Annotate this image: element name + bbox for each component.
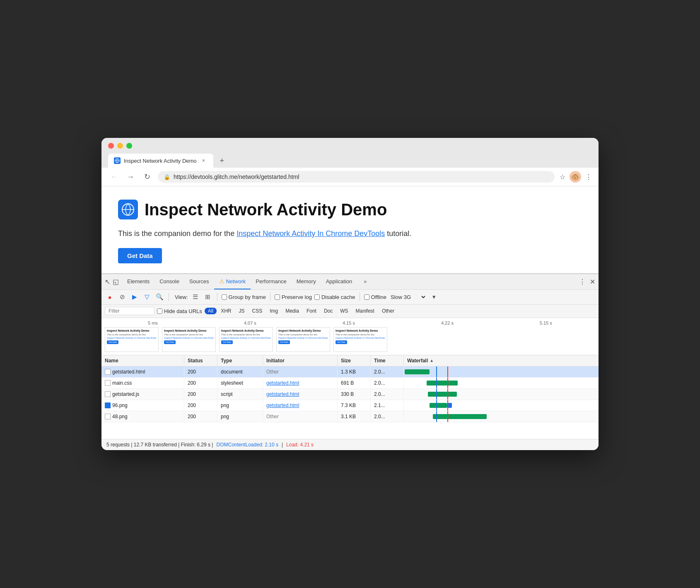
col-type[interactable]: Type bbox=[217, 355, 263, 366]
filter-chip-img[interactable]: Img bbox=[266, 308, 281, 314]
filter-button[interactable]: ▽ bbox=[142, 292, 152, 302]
tutorial-link[interactable]: Inspect Network Activity In Chrome DevTo… bbox=[237, 229, 385, 238]
get-data-button[interactable]: Get Data bbox=[118, 248, 162, 263]
status-bar: 5 requests | 12.7 KB transferred | Finis… bbox=[101, 439, 599, 450]
clear-button[interactable]: ⊘ bbox=[117, 292, 127, 302]
col-size[interactable]: Size bbox=[338, 355, 371, 366]
cursor-icon[interactable]: ↖ bbox=[105, 278, 110, 286]
file-icon bbox=[105, 391, 111, 397]
filter-chip-media[interactable]: Media bbox=[282, 308, 302, 314]
thumb-3[interactable]: Inspect Network Activity Demo This is th… bbox=[219, 327, 273, 352]
cell-time: 2.1... bbox=[371, 400, 404, 411]
cell-name: getstarted.js bbox=[101, 389, 184, 400]
new-tab-button[interactable]: + bbox=[215, 154, 229, 168]
tab-application[interactable]: Application bbox=[321, 274, 357, 289]
cell-type: stylesheet bbox=[217, 378, 263, 388]
cell-waterfall bbox=[404, 366, 599, 377]
thumb-2[interactable]: Inspect Network Activity Demo This is th… bbox=[162, 327, 216, 352]
hide-data-urls-checkbox[interactable]: Hide data URLs bbox=[157, 308, 202, 314]
filter-chip-font[interactable]: Font bbox=[303, 308, 320, 314]
menu-icon[interactable]: ⋮ bbox=[585, 173, 592, 181]
tab-sources[interactable]: Sources bbox=[184, 274, 214, 289]
throttle-select[interactable]: Slow 3G Fast 3G No throttling bbox=[389, 294, 427, 301]
view-list-icon[interactable]: ☰ bbox=[191, 292, 200, 302]
table-row[interactable]: main.css 200 stylesheet getstarted.html … bbox=[101, 378, 599, 389]
page-title: Inspect Network Activity Demo bbox=[145, 200, 387, 219]
forward-button[interactable]: → bbox=[125, 171, 136, 183]
thumb-1[interactable]: Inspect Network Activity Demo This is th… bbox=[105, 327, 159, 352]
maximize-button[interactable] bbox=[126, 143, 132, 149]
filter-input[interactable] bbox=[105, 307, 154, 315]
offline-checkbox[interactable]: Offline bbox=[364, 294, 386, 300]
cell-status: 200 bbox=[184, 411, 217, 422]
filter-chip-all[interactable]: All bbox=[205, 308, 217, 314]
col-initiator[interactable]: Initiator bbox=[263, 355, 338, 366]
user-avatar[interactable]: 🐵 bbox=[570, 171, 581, 183]
cell-waterfall bbox=[404, 400, 599, 411]
filter-bar: Hide data URLs All XHR JS CSS Img Media … bbox=[101, 305, 599, 318]
devtools-close-icon[interactable]: ✕ bbox=[590, 278, 595, 286]
cell-name: getstarted.html bbox=[101, 366, 184, 377]
screenshot-button[interactable]: ▶ bbox=[130, 292, 140, 302]
tab-console[interactable]: Console bbox=[154, 274, 184, 289]
table-row[interactable]: 48.png 200 png Other 3.1 KB 2.0... bbox=[101, 411, 599, 422]
active-tab[interactable]: Inspect Network Activity Demo × bbox=[108, 154, 213, 168]
tab-network[interactable]: ⚠ Network bbox=[214, 274, 251, 289]
file-icon bbox=[105, 414, 111, 419]
network-table: Name Status Type Initiator Size Time Wat… bbox=[101, 355, 599, 439]
tab-more[interactable]: » bbox=[359, 274, 372, 289]
devtools-more-icon[interactable]: ⋮ bbox=[579, 278, 586, 286]
tab-close-button[interactable]: × bbox=[200, 157, 208, 164]
address-field[interactable]: 🔒 https://devtools.glitch.me/network/get… bbox=[158, 171, 555, 183]
disable-cache-checkbox[interactable]: Disable cache bbox=[314, 294, 355, 300]
record-button[interactable]: ● bbox=[105, 292, 115, 302]
filter-chip-other[interactable]: Other bbox=[379, 308, 398, 314]
filter-chip-doc[interactable]: Doc bbox=[321, 308, 336, 314]
waterfall-bar bbox=[428, 392, 457, 397]
view-table-icon[interactable]: ⊞ bbox=[203, 292, 213, 302]
thumb-4[interactable]: Inspect Network Activity Demo This is th… bbox=[276, 327, 330, 352]
tab-memory[interactable]: Memory bbox=[292, 274, 321, 289]
minimize-button[interactable] bbox=[117, 143, 123, 149]
close-button[interactable] bbox=[108, 143, 114, 149]
search-button[interactable]: 🔍 bbox=[154, 292, 164, 302]
cell-size: 1.3 KB bbox=[338, 366, 371, 377]
table-row[interactable]: 96.png 200 png getstarted.html 7.3 KB 2.… bbox=[101, 400, 599, 411]
filter-chip-ws[interactable]: WS bbox=[337, 308, 351, 314]
filter-chip-xhr[interactable]: XHR bbox=[217, 308, 234, 314]
tab-performance[interactable]: Performance bbox=[251, 274, 291, 289]
inspect-icon[interactable]: ◱ bbox=[113, 278, 119, 286]
filter-chip-css[interactable]: CSS bbox=[249, 308, 266, 314]
cell-status: 200 bbox=[184, 400, 217, 411]
reload-button[interactable]: ↻ bbox=[141, 171, 153, 183]
filter-chip-js[interactable]: JS bbox=[235, 308, 248, 314]
group-by-frame-checkbox[interactable]: Group by frame bbox=[222, 294, 266, 300]
throttle-dropdown-icon[interactable]: ▾ bbox=[429, 292, 439, 302]
page-content: Inspect Network Activity Demo This is th… bbox=[101, 186, 599, 273]
waterfall-red-line bbox=[447, 400, 448, 411]
cell-time: 2.0... bbox=[371, 389, 404, 400]
filter-chip-manifest[interactable]: Manifest bbox=[352, 308, 378, 314]
marker-3: 4.15 s bbox=[343, 321, 355, 325]
tab-elements[interactable]: Elements bbox=[122, 274, 154, 289]
browser-toolbar-right: ☆ 🐵 ⋮ bbox=[560, 171, 592, 183]
table-row[interactable]: getstarted.html 200 document Other 1.3 K… bbox=[101, 366, 599, 378]
col-waterfall[interactable]: Waterfall ▲ bbox=[404, 355, 599, 366]
col-status[interactable]: Status bbox=[184, 355, 217, 366]
table-row[interactable]: getstarted.js 200 script getstarted.html… bbox=[101, 389, 599, 400]
cell-size: 7.3 KB bbox=[338, 400, 371, 411]
col-time[interactable]: Time bbox=[371, 355, 404, 366]
thumb-5[interactable]: Inspect Network Activity Demo This is th… bbox=[333, 327, 387, 352]
preserve-log-checkbox[interactable]: Preserve log bbox=[275, 294, 312, 300]
cell-name: main.css bbox=[101, 378, 184, 388]
waterfall-blue-line bbox=[436, 389, 437, 400]
toolbar-divider-4 bbox=[360, 293, 360, 301]
file-icon bbox=[105, 402, 111, 408]
cell-type: document bbox=[217, 366, 263, 377]
cell-type: png bbox=[217, 400, 263, 411]
bookmark-icon[interactable]: ☆ bbox=[560, 173, 565, 181]
back-button[interactable]: ← bbox=[108, 171, 120, 183]
waterfall-red-line bbox=[447, 389, 448, 400]
cell-initiator: Other bbox=[263, 366, 338, 377]
col-name[interactable]: Name bbox=[101, 355, 184, 366]
